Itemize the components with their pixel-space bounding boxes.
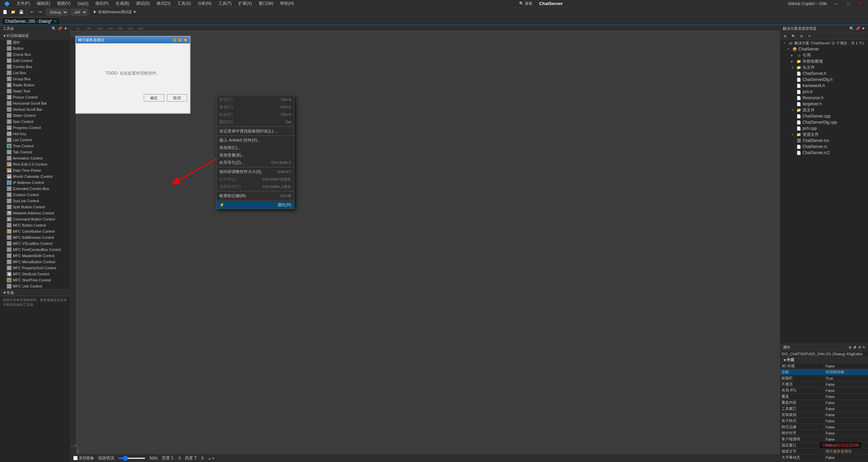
toolbox-ipaddress[interactable]: 🌐 IP Address Control [0,180,70,186]
toolbox-progress[interactable]: ▬ Progress Control [0,125,70,131]
sol-btn2[interactable]: 🔍 [790,33,797,40]
context-properties[interactable]: ⚡ 属性(R) [217,201,294,209]
context-delete[interactable]: 删除(D) Del [217,118,294,126]
maximize-btn[interactable]: □ [845,1,852,6]
toolbox-mfcmasked[interactable]: ✎ MFC MaskedEdit Control [0,253,70,259]
menu-tools[interactable]: 工具(S) [176,1,192,6]
open-btn[interactable]: 📁 [9,8,17,16]
context-aligntop[interactable]: 顶部对齐(T) Ctrl+Shift+上箭头 [217,183,294,190]
toolbox-mfccolor[interactable]: 🎨 MFC ColorButton Control [0,228,70,234]
ext-deps-node[interactable]: ▶ 📁 外部依赖项 [780,58,868,64]
toolbox-richedit[interactable]: ✍ Rich Edit 2.0 Control [0,161,70,167]
dialog-minimize-btn[interactable]: ─ [172,38,177,42]
toolbox-static[interactable]: A Static Text [0,88,70,94]
resource-h[interactable]: 📄 Resource.h [780,95,868,101]
props-btn1[interactable]: ⊞ [849,345,851,349]
zoom-slider[interactable] [118,458,145,459]
menu-extensions[interactable]: 扩展(X) [237,1,253,6]
toolbox-listbox[interactable]: ≡ List Box [0,70,70,76]
toolbox-vscroll[interactable]: ↕ Vertical Scroll Bar [0,106,70,112]
pch-h[interactable]: 📄 pch.h [780,89,868,95]
project-node[interactable]: ▼ 📦 ChatServer [780,46,868,52]
toolbox-tree[interactable]: 🌲 Tree Control [0,143,70,149]
toolbox-syslink[interactable]: 🔗 SysLink Control [0,198,70,204]
run-btn[interactable]: ▶ 本地Windows调试器 ▼ [91,8,139,16]
context-alignleft[interactable]: 左对齐(L) Ctrl+Shift+左箭头 [217,175,294,183]
context-copy[interactable]: 复制(C) Ctrl+C [217,103,294,111]
build-config-dropdown[interactable]: Debug [47,9,68,16]
props-btn3[interactable]: ⚙ [858,345,861,349]
toolbox-button[interactable]: □ Button [0,45,70,51]
undo-btn[interactable]: ↩ [28,8,36,16]
menu-analyze[interactable]: 分析(N) [196,1,213,6]
dialog-close-btn[interactable]: ✕ [183,38,188,42]
menu-tools2[interactable]: 工具(T) [217,1,233,6]
toolbox-radio[interactable]: ◉ Radio Button [0,82,70,88]
toolbox-checkbox[interactable]: ☑ Check Box [0,51,70,58]
search-button[interactable]: 🔍 搜索 [518,1,534,6]
toolbox-tab[interactable]: ⊟ Tab Control [0,149,70,155]
toolbox-hscroll[interactable]: ↔ Horizontal Scroll Bar [0,100,70,106]
toolbox-edit[interactable]: ab Edit Control [0,58,70,64]
toolbox-slider[interactable]: ─ Slider Control [0,112,70,119]
chatserver-cpp[interactable]: 📄 ChatServer.cpp [780,113,868,119]
toolbox-mfclink[interactable]: 🔗 MFC Link Control [0,283,70,289]
redo-btn[interactable]: ↪ [36,8,44,16]
framework-h[interactable]: 📄 framework.h [780,83,868,89]
toolbox-search-icon[interactable]: 🔍 [52,26,56,31]
toolbox-section-dialog[interactable]: ▼ 对话框编辑器 [0,33,70,39]
chatserver-ico[interactable]: 🖼 ChatServer.ico [780,138,868,144]
context-addclass[interactable]: 添加类(C)... [217,144,294,151]
pch-cpp[interactable]: 📄 pch.cpp [780,125,868,131]
props-btn2[interactable]: ⚡ [853,345,857,349]
context-activex[interactable]: 插入 ActiveX 控件(X)... [217,136,294,144]
chatserver-h[interactable]: 📄 ChatServer.h [780,70,868,77]
sol-btn3[interactable]: ⚙ [798,33,805,40]
toolbox-netaddr[interactable]: 📡 Network Address Control [0,210,70,216]
menu-view[interactable]: 视图(V) [56,1,72,6]
menu-format[interactable]: 格式(O) [155,1,172,6]
toolbox-spin[interactable]: ⬆ Spin Control [0,119,70,125]
context-paste[interactable]: 粘贴(P) Ctrl+V [217,111,294,118]
chatserverdlg-cpp[interactable]: 📄 ChatServerDlg.cpp [780,119,868,125]
menu-window[interactable]: 窗口(W) [257,1,275,6]
toolbox-mfcmenu[interactable]: ☰ MFC MenuButton Control [0,259,70,265]
context-cut[interactable]: 剪切(T) Ctrl+X [217,96,294,103]
menu-debug[interactable]: 调试(D) [135,1,151,6]
toolbox-mfcprop[interactable]: ⊞ MFC PropertyGrid Control [0,265,70,271]
toolbox-pin-icon[interactable]: 📌 [58,26,62,31]
refs-node[interactable]: ▶ ◇ 引用 [780,52,868,58]
context-mnemonic[interactable]: 检查助记键(M) Ctrl+M [217,192,294,200]
platform-dropdown[interactable]: x64 [71,9,87,16]
toolbox-mfcedit[interactable]: ✏ MFC EditBrowse Control [0,234,70,240]
targetver-h[interactable]: 📄 targetver.h [780,101,868,107]
context-wizard[interactable]: 向导导引(Z)... Ctrl+Shift+X [217,159,294,166]
toolbox-hotkey[interactable]: ⌨ Hot Key [0,131,70,137]
new-btn[interactable]: 📄 [1,8,9,16]
chatserver-rc2[interactable]: 📄 ChatServer.rc2 [780,150,868,156]
sol-btn4[interactable]: ↻ [806,33,813,40]
menu-edit[interactable]: 编辑(E) [35,1,52,6]
prototype-checkbox[interactable] [73,456,78,460]
solution-search-icon[interactable]: 🔍 [849,26,854,31]
dialog-maximize-btn[interactable]: □ [178,38,182,42]
sources-node[interactable]: ▼ 📁 源文件 [780,107,868,113]
toolbox-picture[interactable]: 🖼 Picture Control [0,94,70,100]
toolbox-custom[interactable]: ⚙ Custom Control [0,192,70,198]
toolbox-cmdbtn[interactable]: ▶ Command Button Control [0,216,70,222]
ok-button[interactable]: 确定 [144,94,164,102]
headers-node[interactable]: ▼ 📁 头文件 [780,64,868,70]
github-copilot[interactable]: GitHub Copilot ∷ GItk [787,1,828,6]
solution-menu-icon[interactable]: ▼ [862,26,865,31]
dialog-content[interactable]: TODO: 在此处置对话框控件。 确定 取消 [76,43,190,104]
menu-file[interactable]: 文件(F) [15,1,31,6]
solution-pin-icon[interactable]: 📌 [855,26,860,31]
menu-help[interactable]: 帮助(H) [279,1,295,6]
sol-btn1[interactable]: ⊞ [782,33,789,40]
toolbox-combo[interactable]: ▾ Combo Box [0,64,70,70]
minimize-btn[interactable]: ─ [832,1,841,6]
menu-build[interactable]: 生成(B) [114,1,131,6]
editor-tab[interactable]: ChatServer...OG - Dialog* ✕ [1,17,60,25]
props-btn4[interactable]: ↻ [863,345,865,349]
cancel-button[interactable]: 取消 [167,94,187,102]
